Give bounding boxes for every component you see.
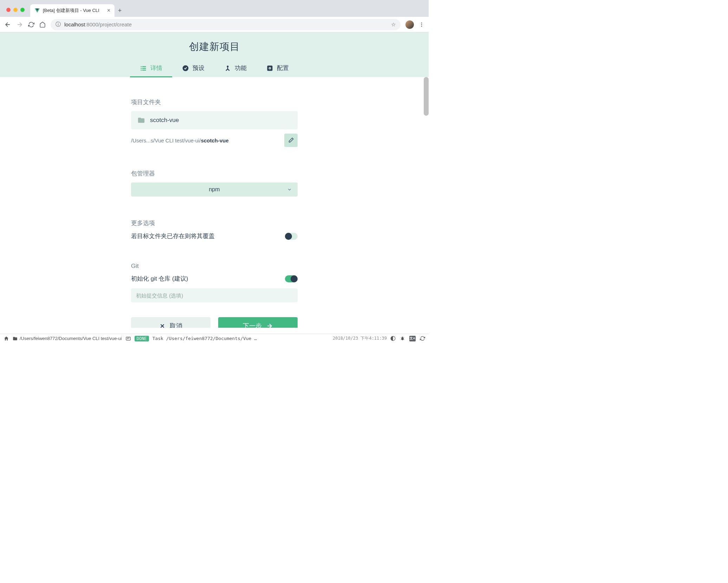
contrast-icon[interactable] bbox=[390, 336, 396, 341]
tab-presets[interactable]: 预设 bbox=[172, 60, 214, 76]
refresh-icon[interactable] bbox=[420, 336, 425, 341]
tab-features[interactable]: 功能 bbox=[214, 60, 256, 76]
vue-favicon-icon bbox=[34, 8, 40, 13]
browser-nav-bar: ⓘ localhost:8000/project/create ☆ bbox=[0, 17, 429, 32]
overwrite-row: 若目标文件夹已存在则将其覆盖 bbox=[131, 232, 298, 240]
check-circle-icon bbox=[182, 65, 189, 72]
window-controls bbox=[3, 8, 28, 17]
next-label: 下一步 bbox=[243, 322, 262, 328]
new-tab-button[interactable]: + bbox=[115, 5, 125, 16]
chevron-down-icon bbox=[287, 187, 292, 192]
svg-point-13 bbox=[269, 68, 271, 69]
project-folder-label: 项目文件夹 bbox=[131, 98, 298, 106]
package-manager-label: 包管理器 bbox=[131, 169, 298, 178]
git-section-label: Git bbox=[131, 263, 298, 270]
project-folder-value: scotch-vue bbox=[150, 117, 179, 124]
more-options-label: 更多选项 bbox=[131, 219, 298, 227]
tab-config[interactable]: 配置 bbox=[256, 60, 299, 76]
svg-rect-3 bbox=[141, 66, 142, 67]
step-tabs: 详情 预设 功能 配置 bbox=[130, 60, 299, 76]
package-manager-value: npm bbox=[209, 186, 220, 193]
tab-label: 配置 bbox=[277, 64, 289, 72]
bug-icon[interactable] bbox=[400, 336, 405, 341]
plugin-icon bbox=[224, 65, 231, 72]
svg-rect-6 bbox=[142, 68, 146, 69]
status-time: 2018/10/23 下午4:11:39 bbox=[333, 335, 387, 341]
svg-point-1 bbox=[421, 24, 422, 25]
project-path-row: /Users...s/Vue CLI test/vue-ui/scotch-vu… bbox=[131, 134, 298, 147]
tab-label: 预设 bbox=[193, 64, 204, 72]
back-button[interactable] bbox=[4, 21, 11, 28]
project-folder-input[interactable]: scotch-vue bbox=[131, 111, 298, 129]
reload-button[interactable] bbox=[28, 21, 34, 28]
svg-point-2 bbox=[421, 26, 422, 27]
form: 项目文件夹 scotch-vue /Users...s/Vue CLI test… bbox=[131, 77, 298, 328]
git-init-label: 初始化 git 仓库 (建议) bbox=[131, 275, 188, 283]
page-title: 创建新项目 bbox=[189, 40, 240, 53]
overwrite-toggle[interactable] bbox=[285, 233, 298, 240]
status-bar: /Users/feiwen8772/Documents/Vue CLI test… bbox=[0, 334, 429, 343]
status-task: Task /Users/feiwen8772/Documents/Vue … bbox=[152, 336, 329, 341]
svg-rect-7 bbox=[141, 70, 142, 71]
tab-title: [Beta] 创建新项目 - Vue CLI bbox=[43, 7, 104, 14]
window-minimize[interactable] bbox=[13, 8, 18, 12]
window-close[interactable] bbox=[6, 8, 11, 12]
status-icons: 文A bbox=[390, 336, 425, 341]
browser-menu-button[interactable] bbox=[419, 22, 424, 27]
git-init-row: 初始化 git 仓库 (建议) bbox=[131, 275, 298, 283]
svg-point-10 bbox=[227, 65, 229, 67]
profile-avatar[interactable] bbox=[405, 20, 414, 29]
gear-icon bbox=[266, 65, 273, 72]
action-buttons: 取消 下一步 bbox=[131, 317, 298, 328]
site-info-icon[interactable]: ⓘ bbox=[56, 21, 61, 28]
close-icon[interactable]: × bbox=[107, 7, 110, 14]
svg-point-0 bbox=[421, 23, 422, 24]
package-manager-select[interactable]: npm bbox=[131, 182, 298, 197]
edit-path-button[interactable] bbox=[284, 134, 298, 147]
tab-details[interactable]: 详情 bbox=[130, 60, 172, 76]
content-scroll[interactable]: 项目文件夹 scotch-vue /Users...s/Vue CLI test… bbox=[0, 77, 429, 328]
bookmark-star-icon[interactable]: ☆ bbox=[391, 21, 396, 28]
url-text: localhost:8000/project/create bbox=[64, 21, 132, 27]
cancel-button[interactable]: 取消 bbox=[131, 317, 210, 328]
browser-tab[interactable]: [Beta] 创建新项目 - Vue CLI × bbox=[30, 4, 115, 17]
home-icon[interactable] bbox=[4, 336, 9, 341]
folder-icon bbox=[137, 116, 145, 124]
cancel-label: 取消 bbox=[170, 322, 182, 328]
tab-label: 功能 bbox=[235, 64, 247, 72]
browser-tab-strip: [Beta] 创建新项目 - Vue CLI × + bbox=[0, 0, 429, 17]
overwrite-label: 若目标文件夹已存在则将其覆盖 bbox=[131, 232, 215, 240]
list-icon bbox=[140, 65, 147, 72]
window-maximize[interactable] bbox=[20, 8, 25, 12]
app-header: 创建新项目 详情 预设 功能 配置 bbox=[0, 32, 429, 77]
svg-rect-5 bbox=[141, 68, 142, 69]
git-commit-message-input[interactable] bbox=[131, 288, 298, 302]
next-button[interactable]: 下一步 bbox=[218, 317, 298, 328]
translate-icon[interactable]: 文A bbox=[409, 336, 416, 341]
status-path[interactable]: /Users/feiwen8772/Documents/Vue CLI test… bbox=[13, 336, 122, 341]
svg-rect-8 bbox=[142, 70, 146, 71]
tab-label: 详情 bbox=[150, 64, 162, 72]
forward-button[interactable] bbox=[16, 21, 23, 28]
address-bar[interactable]: ⓘ localhost:8000/project/create ☆ bbox=[51, 19, 401, 30]
home-button[interactable] bbox=[39, 21, 46, 28]
svg-point-16 bbox=[401, 337, 403, 340]
git-init-toggle[interactable] bbox=[285, 275, 298, 282]
scrollbar[interactable] bbox=[424, 77, 429, 116]
project-path: /Users...s/Vue CLI test/vue-ui/scotch-vu… bbox=[131, 137, 229, 143]
status-badge: DONE bbox=[135, 336, 149, 341]
svg-rect-4 bbox=[142, 66, 146, 67]
log-icon[interactable] bbox=[125, 336, 131, 341]
